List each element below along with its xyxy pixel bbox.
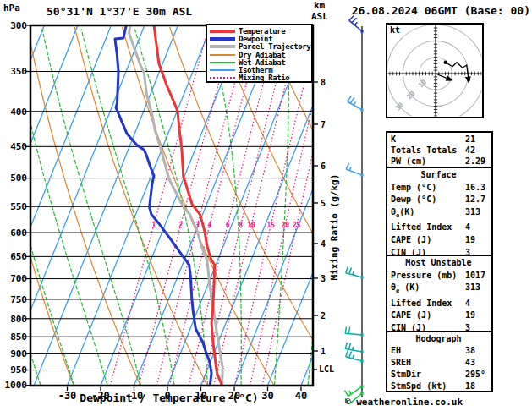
- table-row-label: Pressure (mb): [391, 271, 457, 280]
- wind-barb-base-dot: [360, 276, 363, 278]
- table-row-value: 4: [465, 222, 470, 234]
- pressure-tick-label: 700: [10, 273, 27, 284]
- table-row: SREH43: [391, 357, 491, 369]
- lcl-label: LCL: [319, 364, 334, 374]
- legend-item: Isotherm: [210, 66, 311, 74]
- pressure-tick-label: 1000: [5, 380, 28, 391]
- pressure-tick-label: 300: [10, 20, 27, 31]
- table-row: Pressure (mb)1017: [391, 270, 491, 282]
- table-section-title: Hodograph: [391, 333, 491, 345]
- table-section-title: Most Unstable: [391, 257, 491, 270]
- table-row: PW (cm)2.29: [391, 156, 491, 167]
- wet-adiabat-line: [81, 30, 174, 386]
- km-tick-label: 2: [321, 311, 326, 321]
- mixing-ratio-value-label: 10: [247, 222, 255, 229]
- wind-barb-base-dot: [360, 30, 363, 32]
- km-tick-label: 4: [321, 239, 326, 249]
- isotherm-line: [34, 25, 178, 386]
- table-row-value: 4: [465, 298, 470, 310]
- wind-barb-icon: [346, 163, 362, 175]
- table-row-value: 19: [465, 234, 475, 247]
- legend-line-sample-icon: [210, 30, 235, 33]
- pressure-tick-label: 850: [10, 332, 27, 342]
- table-row-value: 1017: [465, 270, 485, 282]
- table-row: Totals Totals42: [391, 145, 491, 156]
- table-row-label: Dewp (°C): [391, 195, 436, 204]
- km-tick-label: 1: [321, 347, 326, 356]
- km-tick-label: 6: [321, 162, 326, 171]
- table-row-value: 38: [465, 345, 475, 357]
- legend-item: Dry Adiabat: [210, 51, 311, 58]
- pressure-tick-label: 400: [10, 107, 27, 118]
- table-row: EH38: [391, 345, 491, 357]
- table-row-label: θe(K): [391, 207, 414, 216]
- pressure-tick-label: 900: [10, 348, 27, 359]
- wind-barb-icon: [346, 266, 362, 277]
- altitude-axis-unit-asl: ASL: [311, 11, 328, 22]
- pressure-axis-unit: hPa: [3, 3, 20, 14]
- wind-barb-base-dot: [360, 333, 363, 336]
- table-row-value: 16.3: [465, 182, 485, 195]
- table-row-value: 21: [465, 134, 475, 145]
- indices-table-box: HodographEH38SREH43StmDir295°StmSpd (kt)…: [386, 331, 493, 392]
- table-row-label: EH: [391, 346, 401, 355]
- mixing-ratio-line: [262, 30, 341, 386]
- table-row-label: Temp (°C): [391, 183, 436, 192]
- legend-line-sample-icon: [210, 45, 235, 48]
- mixing-ratio-line: [214, 30, 299, 386]
- table-row-label: Lifted Index: [391, 299, 452, 308]
- wind-barb-base-dot: [360, 108, 363, 111]
- skewt-sounding-app: 3003504004505005506006507007508008509009…: [0, 0, 532, 411]
- mixing-ratio-line: [156, 30, 249, 386]
- station-title: 50°31'N 1°37'E 30m ASL: [47, 5, 192, 18]
- table-row-label: K: [391, 134, 396, 144]
- table-row-label: θe (K): [391, 282, 420, 292]
- mixing-ratio-value-label: 8: [239, 222, 243, 229]
- pressure-tick-label: 450: [10, 141, 27, 152]
- legend-line-sample-icon: [210, 37, 235, 41]
- legend-item: Wet Adiabat: [210, 58, 311, 66]
- mixing-ratio-line: [110, 30, 207, 386]
- table-row: StmDir295°: [391, 369, 491, 381]
- table-row-value: 18: [465, 381, 475, 392]
- datetime-label: 26.08.2024 06GMT (Base: 00): [352, 4, 530, 17]
- table-row: Dewp (°C)12.7: [391, 194, 491, 206]
- legend: TemperatureDewpointParcel TrajectoryDry …: [206, 24, 313, 83]
- table-row-label: CAPE (J): [391, 235, 431, 244]
- table-row: CAPE (J)19: [391, 310, 491, 322]
- legend-item-label: Mixing Ratio: [239, 74, 289, 82]
- pressure-tick-label: 500: [10, 173, 27, 184]
- km-tick-label: 8: [321, 78, 326, 87]
- legend-line-sample-icon: [210, 54, 235, 56]
- mixing-ratio-value-label: 25: [293, 222, 301, 229]
- pressure-tick-label: 800: [10, 314, 27, 325]
- pressure-tick-label: 350: [10, 66, 27, 77]
- table-row-label: StmSpd (kt): [391, 381, 447, 391]
- table-row-value: 42: [465, 145, 475, 156]
- wind-barb-icon: [345, 326, 362, 335]
- hodograph-trace-start-dot: [444, 60, 447, 63]
- km-tick-label: 5: [321, 199, 326, 208]
- table-row-value: 295°: [465, 369, 485, 381]
- mixing-ratio-value-label: 1: [151, 222, 156, 229]
- table-row-value: 12.7: [465, 194, 485, 206]
- table-row-label: SREH: [391, 358, 411, 367]
- legend-item: Parcel Trajectory: [210, 43, 311, 51]
- table-row-label: StmDir: [391, 370, 421, 379]
- table-row-label: Lifted Index: [391, 222, 452, 232]
- mixing-ratio-value-label: 2: [178, 222, 183, 229]
- table-row-value: 2.29: [465, 156, 485, 167]
- mixing-ratio-value-label: 20: [282, 222, 290, 229]
- altitude-axis-unit-km: km: [314, 0, 325, 11]
- pressure-tick-label: 950: [10, 364, 27, 375]
- table-row-value: 313: [465, 282, 480, 294]
- table-section-title: Surface: [391, 169, 491, 182]
- wind-barb-base-dot: [360, 350, 363, 353]
- legend-item: Temperature: [210, 27, 311, 35]
- wet-adiabat-line: [0, 30, 8, 386]
- table-row-value: 19: [465, 310, 475, 322]
- legend-line-sample-icon: [210, 69, 235, 71]
- table-row-value: 43: [465, 357, 475, 369]
- pressure-tick-label: 650: [10, 251, 27, 262]
- table-row-label: Totals Totals: [391, 145, 457, 155]
